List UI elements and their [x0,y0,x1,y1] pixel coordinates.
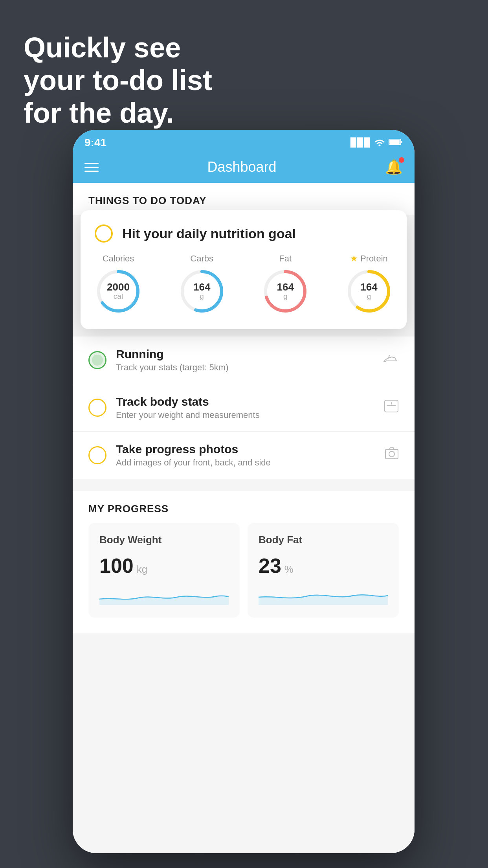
status-time: 9:41 [84,136,106,149]
svg-rect-12 [385,449,398,459]
fat-value: 164 g [277,282,294,301]
content-area: THINGS TO DO TODAY Hit your daily nutrit… [73,183,415,853]
fat-circle: 164 g [262,268,309,315]
status-icons: ▉▉▉ [350,137,403,148]
todo-text-photos: Take progress photos Add images of your … [116,443,375,468]
calories-label: Calories [103,254,134,264]
nutrition-protein: ★ Protein 164 g [345,254,393,315]
calories-value: 2000 cal [107,282,130,301]
hero-line1: Quickly see [24,31,212,64]
menu-button[interactable] [84,163,99,172]
carbs-label: Carbs [190,254,213,264]
hero-line2: your to-do list [24,64,212,97]
battery-icon [389,138,403,148]
body-weight-card[interactable]: Body Weight 100 kg [88,523,240,618]
todo-title-body-stats: Track body stats [116,395,374,408]
todo-subtitle-running: Track your stats (target: 5km) [116,362,374,373]
section-header: THINGS TO DO TODAY [73,183,415,215]
fat-label: Fat [279,254,292,264]
nutrition-card: Hit your daily nutrition goal Calories 2… [81,210,407,329]
body-fat-value: 23 [259,554,281,577]
calories-circle: 2000 cal [95,268,142,315]
protein-circle: 164 g [345,268,393,315]
photo-icon [385,447,399,463]
hero-text: Quickly see your to-do list for the day. [24,31,212,129]
signal-icon: ▉▉▉ [350,138,371,148]
hero-line3: for the day. [24,97,212,129]
todo-checkbox-running[interactable] [88,351,106,369]
wifi-icon [374,137,385,148]
svg-rect-2 [401,141,402,143]
todo-subtitle-body-stats: Enter your weight and measurements [116,410,374,420]
progress-cards: Body Weight 100 kg Body Fat 23 % [73,523,415,633]
todo-text-running: Running Track your stats (target: 5km) [116,348,374,373]
body-weight-value: 100 [99,554,134,577]
shoe-icon [383,353,399,368]
nav-title: Dashboard [207,159,276,175]
body-fat-label: Body Fat [259,534,388,546]
progress-section: MY PROGRESS Body Weight 100 kg B [73,491,415,633]
todo-item-running[interactable]: Running Track your stats (target: 5km) [73,337,415,384]
progress-header: MY PROGRESS [73,491,415,523]
nav-bar: Dashboard 🔔 [73,151,415,183]
todo-title-photos: Take progress photos [116,443,375,456]
body-weight-label: Body Weight [99,534,229,546]
body-weight-chart [99,585,229,605]
body-weight-unit: kg [137,563,147,576]
nutrition-calories: Calories 2000 cal [95,254,142,315]
todo-checkbox-photos[interactable] [88,446,106,464]
star-icon: ★ [350,254,358,264]
svg-point-13 [389,451,394,457]
protein-value: 164 g [360,282,377,301]
nutrition-fat: Fat 164 g [262,254,309,315]
body-fat-chart [259,585,388,605]
carbs-value: 164 g [193,282,210,301]
nutrition-carbs: Carbs 164 g [178,254,226,315]
todo-subtitle-photos: Add images of your front, back, and side [116,458,375,468]
carbs-circle: 164 g [178,268,226,315]
card-title-row: Hit your daily nutrition goal [95,224,393,243]
todo-item-photos[interactable]: Take progress photos Add images of your … [73,432,415,479]
todo-checkbox-body-stats[interactable] [88,399,106,417]
body-fat-value-row: 23 % [259,554,388,577]
body-weight-value-row: 100 kg [99,554,229,577]
status-bar: 9:41 ▉▉▉ [73,130,415,151]
todo-item-body-stats[interactable]: Track body stats Enter your weight and m… [73,384,415,432]
nutrition-circles: Calories 2000 cal Carbs [95,254,393,315]
notification-dot [399,157,404,163]
protein-label: ★ Protein [350,254,388,264]
todo-text-body-stats: Track body stats Enter your weight and m… [116,395,374,420]
todo-title-running: Running [116,348,374,361]
todo-list: Running Track your stats (target: 5km) T… [73,337,415,479]
body-fat-unit: % [284,563,294,576]
card-title: Hit your daily nutrition goal [122,226,296,241]
task-checkbox-nutrition[interactable] [95,224,113,243]
scale-icon [384,399,399,416]
svg-rect-1 [389,140,400,144]
phone-mockup: 9:41 ▉▉▉ Dashboard 🔔 [73,130,415,853]
body-fat-card[interactable]: Body Fat 23 % [248,523,399,618]
notification-button[interactable]: 🔔 [385,159,403,175]
